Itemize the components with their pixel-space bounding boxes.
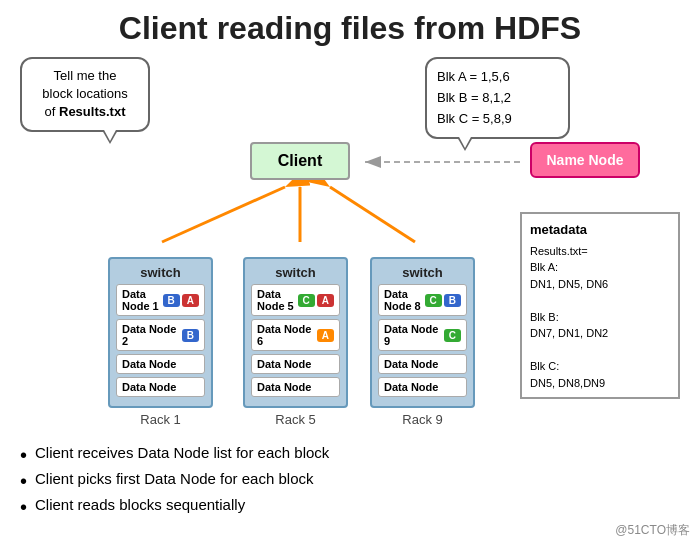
speech-bubble-left: Tell me theblock locationsof Results.txt (20, 57, 150, 132)
rack-1-container: switch Data Node 1 B A Data Node 2 B Dat… (108, 257, 213, 427)
datanode-row: Data Node (251, 354, 340, 374)
datanode-row: Data Node 8 C B (378, 284, 467, 316)
badge-b: B (182, 329, 199, 342)
client-box: Client (250, 142, 350, 180)
badge-a-orange: A (317, 329, 334, 342)
bullet-dot: • (20, 496, 27, 518)
bullet-dot: • (20, 444, 27, 466)
badge-c: C (444, 329, 461, 342)
speech-bubble-right: Blk A = 1,5,6 Blk B = 8,1,2 Blk C = 5,8,… (425, 57, 570, 139)
switch-box-5: switch Data Node 5 C A Data Node 6 A Dat… (243, 257, 348, 408)
bullets-section: • Client receives Data Node list for eac… (20, 444, 680, 518)
badge-a: A (317, 294, 334, 307)
badge-c: C (425, 294, 442, 307)
rack-9-label: Rack 9 (402, 412, 442, 427)
datanode-row: Data Node 5 C A (251, 284, 340, 316)
badge-a: A (182, 294, 199, 307)
bullet-item: • Client reads blocks sequentially (20, 496, 680, 518)
bullet-text: Client reads blocks sequentially (35, 496, 245, 513)
svg-line-4 (162, 187, 285, 242)
datanode-row: Data Node 1 B A (116, 284, 205, 316)
badge-c: C (298, 294, 315, 307)
rack-5-label: Rack 5 (275, 412, 315, 427)
datanode-row: Data Node 2 B (116, 319, 205, 351)
switch-box-1: switch Data Node 1 B A Data Node 2 B Dat… (108, 257, 213, 408)
metadata-title: metadata (530, 220, 670, 240)
namenode-box: Name Node (530, 142, 640, 178)
datanode-row: Data Node 6 A (251, 319, 340, 351)
bullet-dot: • (20, 470, 27, 492)
switch-label-9: switch (378, 265, 467, 280)
rack-1-label: Rack 1 (140, 412, 180, 427)
datanode-row: Data Node (116, 377, 205, 397)
switch-label-5: switch (251, 265, 340, 280)
datanode-row: Data Node (378, 377, 467, 397)
bullet-item: • Client receives Data Node list for eac… (20, 444, 680, 466)
metadata-content: Results.txt= Blk A: DN1, DN5, DN6 Blk B:… (530, 243, 670, 392)
bullet-item: • Client picks first Data Node for each … (20, 470, 680, 492)
badge-b: B (444, 294, 461, 307)
switch-box-9: switch Data Node 8 C B Data Node 9 C Dat… (370, 257, 475, 408)
datanode-row: Data Node (116, 354, 205, 374)
svg-line-6 (330, 187, 415, 242)
rack-9-container: switch Data Node 8 C B Data Node 9 C Dat… (370, 257, 475, 427)
datanode-row: Data Node 9 C (378, 319, 467, 351)
rack-5-container: switch Data Node 5 C A Data Node 6 A Dat… (243, 257, 348, 427)
switch-label-1: switch (116, 265, 205, 280)
badge-b: B (163, 294, 180, 307)
bullet-text: Client receives Data Node list for each … (35, 444, 329, 461)
datanode-row: Data Node (378, 354, 467, 374)
watermark: @51CTO博客 (615, 522, 690, 539)
metadata-box: metadata Results.txt= Blk A: DN1, DN5, D… (520, 212, 680, 399)
datanode-row: Data Node (251, 377, 340, 397)
page-title: Client reading files from HDFS (0, 0, 700, 52)
diagram-area: Tell me theblock locationsof Results.txt… (0, 52, 700, 442)
bullet-text: Client picks first Data Node for each bl… (35, 470, 313, 487)
